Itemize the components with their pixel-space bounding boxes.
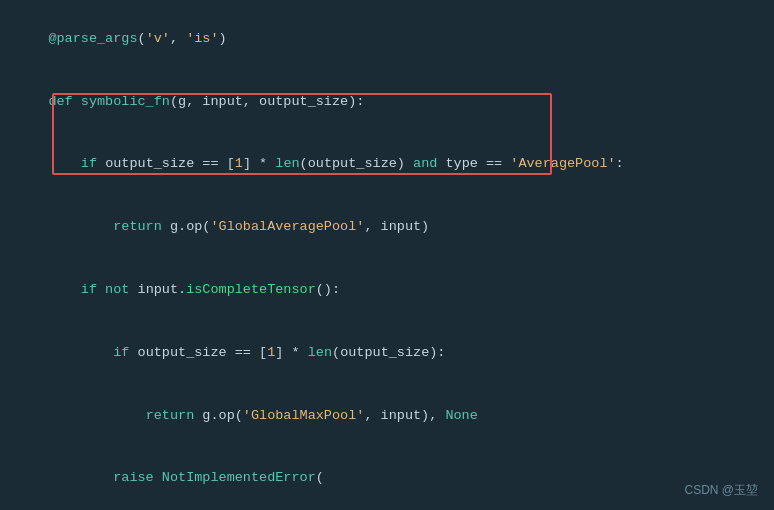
code-line-4: return g.op('GlobalAveragePool', input) bbox=[16, 196, 758, 259]
code-line-2: def symbolic_fn(g, input, output_size): bbox=[16, 71, 758, 134]
code-line-1: @parse_args('v', 'is') bbox=[16, 8, 758, 71]
watermark-text: CSDN @玉堃 bbox=[684, 481, 758, 500]
code-line-6: if output_size == [1] * len(output_size)… bbox=[16, 322, 758, 385]
code-line-5: if not input.isCompleteTensor(): bbox=[16, 259, 758, 322]
code-line-3: if output_size == [1] * len(output_size)… bbox=[16, 134, 758, 197]
code-line-8: raise NotImplementedError( bbox=[16, 447, 758, 510]
code-line-7: return g.op('GlobalMaxPool', input), Non… bbox=[16, 385, 758, 448]
code-editor: @parse_args('v', 'is') def symbolic_fn(g… bbox=[0, 0, 774, 510]
